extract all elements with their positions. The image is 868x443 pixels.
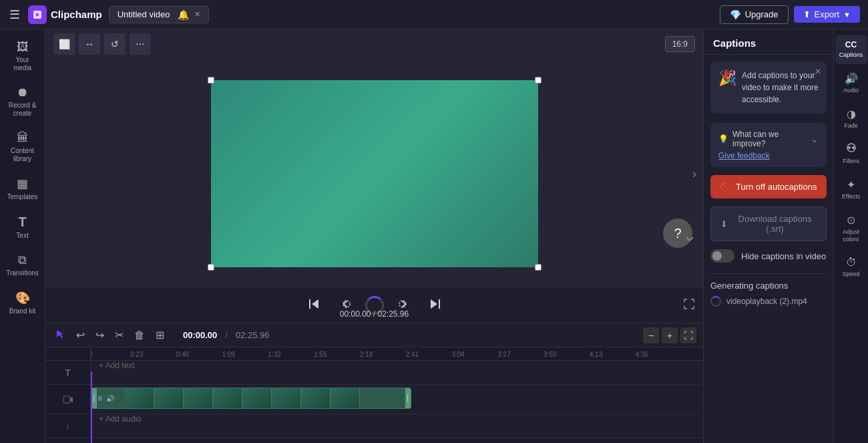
select-tool-button[interactable] <box>52 327 68 343</box>
feedback-section: 💡 What can we improve? ⌄ Give feedback <box>710 123 827 167</box>
text-track-content[interactable]: + Add text <box>91 361 703 384</box>
captions-header: Captions <box>704 29 833 55</box>
timeline-total-time: 02:25.96 <box>236 330 270 340</box>
captions-info-card: 🎉 Add captions to your video to make it … <box>710 61 827 114</box>
zoom-controls: − + ⛶ <box>643 327 696 343</box>
hide-captions-toggle[interactable] <box>710 249 734 263</box>
sidebar-item-your-media[interactable]: 🖼 Your media <box>3 35 43 78</box>
timeline-expand-button[interactable]: ⛶ <box>680 327 696 343</box>
captions-panel: Captions 🎉 Add captions to your video to… <box>703 29 833 443</box>
templates-icon: ▦ <box>17 176 28 191</box>
right-panel-item-audio[interactable]: 🔊 Audio <box>835 67 867 100</box>
time-display: 00:00.00 / 02:25.96 <box>340 309 409 319</box>
video-clip[interactable]: ⏸ 🔊 <box>91 388 411 409</box>
more-tools-button[interactable]: ··· <box>130 33 151 55</box>
turn-off-autocaptions-button[interactable]: 🚫 Turn off autocaptions <box>710 175 827 198</box>
expand-down-arrow[interactable] <box>683 232 696 248</box>
zoom-out-button[interactable]: − <box>643 327 659 343</box>
rotate-tool-button[interactable]: ↺ <box>104 33 126 55</box>
sidebar-item-content-library[interactable]: 🏛 Content library <box>3 126 43 168</box>
clip-handle-right[interactable] <box>405 388 411 408</box>
sidebar-label-your-media: Your media <box>7 56 39 72</box>
svg-rect-8 <box>93 395 94 402</box>
effects-panel-label: Effects <box>842 193 860 200</box>
add-audio-label[interactable]: + Add audio <box>91 414 703 424</box>
export-arrow-icon: ⬆ <box>803 9 811 19</box>
flip-tool-button[interactable]: ↔ <box>79 33 100 55</box>
sidebar-item-templates[interactable]: ▦ Templates <box>3 171 43 206</box>
upgrade-button[interactable]: 💎 Upgrade <box>720 5 789 24</box>
video-title: Untitled video <box>118 9 170 19</box>
right-panel-item-captions[interactable]: CC Captions <box>835 35 867 64</box>
audio-panel-icon: 🔊 <box>845 72 858 85</box>
feedback-link[interactable]: Give feedback <box>718 148 819 160</box>
adjust-colors-panel-icon: ⊙ <box>847 214 855 227</box>
canvas-toolbar: ⬜ ↔ ↺ ··· 16:9 <box>45 29 703 59</box>
aspect-ratio-badge: 16:9 <box>665 36 695 52</box>
download-captions-button: ⬇ Download captions (.srt) <box>710 206 827 241</box>
crop-tool-button[interactable]: ⬜ <box>53 33 75 55</box>
resize-handle-top-left[interactable] <box>208 77 214 84</box>
clip-audio-icon[interactable]: 🔊 <box>106 395 114 402</box>
captions-info-emoji: 🎉 <box>718 69 736 87</box>
right-panel-item-filters[interactable]: Filters <box>835 137 867 170</box>
zoom-in-button[interactable]: + <box>662 327 678 343</box>
redo-button[interactable]: ↪ <box>93 327 107 343</box>
cut-button[interactable]: ✂ <box>112 327 126 343</box>
resize-handle-bottom-right[interactable] <box>535 264 541 271</box>
current-time: 00:00.00 <box>340 309 371 319</box>
right-panel-item-adjust-colors[interactable]: ⊙ Adjust colors <box>835 208 867 249</box>
timeline-ruler: 0 0:23 0:46 1:09 1:32 1:55 2:18 2:41 3:0… <box>45 347 703 361</box>
clip-pause-icon[interactable]: ⏸ <box>97 395 103 402</box>
ruler-tick-3: 1:09 <box>222 351 235 358</box>
ruler-tick-11: 4:13 <box>590 351 602 358</box>
capture-button[interactable]: ⊞ <box>153 327 167 343</box>
clip-frame-2 <box>154 388 184 408</box>
right-panel-item-effects[interactable]: ✦ Effects <box>835 173 867 206</box>
ruler-tick-6: 2:18 <box>360 351 373 358</box>
add-text-label[interactable]: + Add text <box>91 361 703 370</box>
resize-handle-top-right[interactable] <box>535 77 541 84</box>
clip-handle-left[interactable] <box>91 388 97 408</box>
sidebar-label-text: Text <box>16 232 28 240</box>
sidebar-item-text[interactable]: T Text <box>3 209 43 245</box>
skip-to-start-button[interactable] <box>304 294 324 317</box>
sidebar-item-brand-kit[interactable]: 🎨 Brand kit <box>3 285 43 321</box>
sidebar-item-record-create[interactable]: ⏺ Record & create <box>3 80 43 123</box>
feedback-row[interactable]: 💡 What can we improve? ⌄ <box>718 130 819 148</box>
ruler-tick-12: 4:36 <box>636 351 648 358</box>
right-panel-item-fade[interactable]: ◑ Fade <box>835 102 867 135</box>
undo-button[interactable]: ↩ <box>73 327 87 343</box>
feedback-question: What can we improve? <box>732 130 811 148</box>
video-canvas[interactable] <box>211 80 538 267</box>
bell-icon: 🔔 <box>178 9 189 20</box>
captions-info-close-button[interactable]: ✕ <box>815 67 821 76</box>
export-chevron-icon: ▼ <box>843 11 851 19</box>
resize-handle-bottom-left[interactable] <box>208 264 214 271</box>
sidebar-item-transitions[interactable]: ⧉ Transitions <box>3 248 43 283</box>
title-tab[interactable]: Untitled video 🔔 ✕ <box>109 6 210 23</box>
video-track-content[interactable]: ⏸ 🔊 <box>91 385 703 414</box>
title-tab-close[interactable]: ✕ <box>194 10 200 19</box>
your-media-icon: 🖼 <box>17 40 29 54</box>
canvas-expand-arrow[interactable]: › <box>692 166 696 180</box>
skip-to-end-button[interactable] <box>425 294 445 317</box>
audio-track-content[interactable]: + Add audio <box>91 414 703 438</box>
video-preview-container: › ? <box>45 59 703 288</box>
ruler-tick-8: 3:04 <box>451 351 464 358</box>
download-icon: ⬇ <box>720 219 728 229</box>
generating-spinner <box>710 296 721 307</box>
fade-panel-icon: ◑ <box>847 108 856 120</box>
right-panel-item-speed[interactable]: ⏱ Speed <box>835 251 867 283</box>
generating-title: Generating captions <box>710 281 827 291</box>
export-button[interactable]: ⬆ Export ▼ <box>794 6 860 23</box>
ruler-tick-2: 0:46 <box>176 351 189 358</box>
generating-item: videoplayback (2).mp4 <box>710 296 827 307</box>
timeline-current-time: 00:00.00 <box>183 330 217 340</box>
delete-button[interactable]: 🗑 <box>132 328 148 343</box>
hamburger-button[interactable]: ☰ <box>7 5 23 25</box>
logo-area[interactable]: Clipchamp <box>28 5 102 24</box>
fullscreen-button[interactable] <box>683 298 695 313</box>
video-track-row: ⏸ 🔊 <box>45 385 703 414</box>
logo-text: Clipchamp <box>51 9 102 20</box>
